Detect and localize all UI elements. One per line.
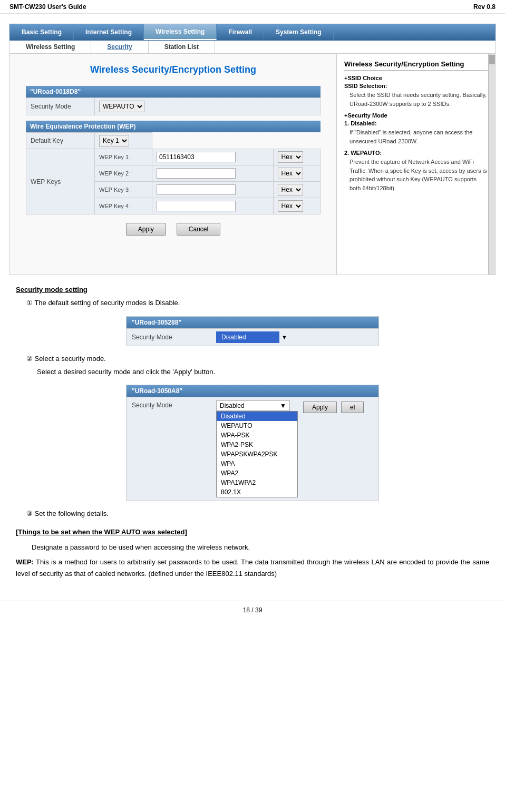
- nav-bar: Basic Setting Internet Setting Wireless …: [9, 24, 496, 41]
- wep-key1-input[interactable]: [157, 152, 236, 162]
- wep-key2-type-select[interactable]: Hex: [278, 168, 303, 179]
- wep-explanation-label: WEP:: [16, 558, 34, 566]
- dropdown-item-wepauto[interactable]: WEPAUTO: [217, 421, 297, 431]
- help-wepauto-label: 2. WEPAUTO:: [344, 150, 488, 156]
- wep-key3-type-cell: Hex: [273, 182, 320, 198]
- wep-key4-label: WEP Key 4 :: [99, 203, 132, 209]
- default-key-label: Default Key: [26, 133, 95, 149]
- screenshot2-box: "URoad-3050A8" Security Mode Disabled ▼ …: [126, 385, 379, 501]
- wep-key4-input[interactable]: [157, 201, 236, 211]
- help-wepauto-text: Prevent the capture of Network Access an…: [349, 158, 488, 192]
- wep-table: Default Key Key 1 WEP Keys WEP Key 1 :: [26, 132, 321, 214]
- things-text: Designate a password to be used when acc…: [32, 542, 489, 553]
- scrollbar-thumb[interactable]: [489, 55, 495, 64]
- right-panel-title: Wireless Security/Encryption Setting: [344, 60, 488, 71]
- wep-key1-type-select[interactable]: Hex: [278, 151, 303, 163]
- wep-key2-label-cell: WEP Key 2 :: [95, 165, 152, 182]
- dropdown-item-wpapskwpa2psk[interactable]: WPAPSKWPA2PSK: [217, 449, 297, 459]
- cancel-button[interactable]: Cancel: [177, 223, 220, 236]
- doc-footer: 18 / 39: [0, 601, 505, 619]
- dropdown-item-wpapsk[interactable]: WPA-PSK: [217, 431, 297, 440]
- form-buttons: Apply Cancel: [26, 223, 321, 236]
- dropdown-item-wpa1wpa2[interactable]: WPA1WPA2: [217, 478, 297, 487]
- dropdown-item-wpa2psk[interactable]: WPA2-PSK: [217, 440, 297, 449]
- dropdown-item-disabled[interactable]: Disabled: [217, 412, 297, 421]
- screenshot2-ssid: "URoad-3050A8": [127, 385, 378, 397]
- wep-key2-input[interactable]: [157, 168, 236, 179]
- wep-key3-type-select[interactable]: Hex: [278, 184, 303, 195]
- header-left: SMT-CW230 User's Guide: [9, 3, 86, 11]
- screenshot2-buttons: Apply el: [303, 402, 364, 413]
- dropdown-arrow-icon: ▼: [280, 402, 286, 409]
- wep-key3-label-cell: WEP Key 3 :: [95, 182, 152, 198]
- wep-key4-value-cell: [152, 198, 273, 214]
- dropdown-item-8021x[interactable]: 802.1X: [217, 487, 297, 497]
- default-key-cell: Key 1: [95, 133, 152, 149]
- ssid-bar: "URoad-0018D8": [26, 86, 321, 97]
- screenshot1-row: Security Mode Disabled ▼: [127, 328, 378, 346]
- left-panel: Wireless Security/Encryption Setting "UR…: [10, 54, 337, 275]
- tab-system-setting[interactable]: System Setting: [264, 25, 334, 40]
- tab-wireless-setting[interactable]: Wireless Setting: [144, 24, 217, 40]
- wep-key2-value-cell: [152, 165, 273, 182]
- help-security-mode-title: +Security Mode: [344, 112, 488, 119]
- right-panel-scrollbar[interactable]: [488, 54, 495, 275]
- help-ssid-choice-title: +SSID Choice: [344, 75, 488, 81]
- screenshot1-label: Security Mode: [132, 334, 216, 341]
- wep-key3-value-cell: [152, 182, 273, 198]
- wep-key1-label: WEP Key 1 :: [99, 154, 132, 160]
- tab-basic-setting[interactable]: Basic Setting: [10, 25, 74, 40]
- wep-keys-label: WEP Keys: [26, 149, 95, 214]
- wep-key3-label: WEP Key 3 :: [99, 187, 132, 193]
- screenshot1-disabled-value: Disabled: [216, 331, 279, 343]
- security-mode-select[interactable]: WEPAUTO: [99, 101, 144, 112]
- tab-internet-setting[interactable]: Internet Setting: [74, 25, 144, 40]
- security-mode-cell: WEPAUTO: [95, 98, 321, 115]
- screenshot1-ssid: "URoad-305288": [127, 317, 378, 328]
- body-content: Security mode setting ① The default sett…: [0, 275, 505, 590]
- screenshot2-select[interactable]: Disabled ▼: [216, 400, 290, 411]
- dropdown-item-wpa[interactable]: WPA: [217, 459, 297, 468]
- security-mode-label: Security Mode: [26, 98, 95, 115]
- help-disabled-text: If "Disabled" is selected, anyone can ac…: [349, 128, 488, 145]
- right-panel: Wireless Security/Encryption Setting +SS…: [337, 54, 495, 275]
- screenshot1-select-area: Disabled ▼: [216, 331, 287, 343]
- wep-key1-type-cell: Hex: [273, 149, 320, 165]
- screenshot2-dropdown-container: Disabled ▼ Disabled WEPAUTO WPA-PSK WPA2…: [216, 400, 298, 497]
- security-mode-form: Security Mode WEPAUTO: [26, 97, 321, 115]
- wep-key1-label-cell: WEP Key 1 :: [95, 149, 152, 165]
- page-number: 18 / 39: [243, 606, 263, 614]
- screenshot1-dropdown-arrow: ▼: [281, 334, 287, 340]
- wep-explanation: WEP: This is a method for users to arbit…: [16, 556, 489, 580]
- header-right: Rev 0.8: [473, 3, 496, 11]
- wep-key4-type-cell: Hex: [273, 198, 320, 214]
- wep-key2-type-cell: Hex: [273, 165, 320, 182]
- wep-key2-label: WEP Key 2 :: [99, 170, 132, 177]
- security-mode-heading: Security mode setting: [16, 286, 489, 294]
- screenshot2-right: Disabled ▼ Disabled WEPAUTO WPA-PSK WPA2…: [216, 400, 364, 497]
- help-ssid-selection-label: SSID Selection:: [344, 83, 488, 89]
- subnav-security[interactable]: Security: [91, 41, 148, 53]
- dropdown-item-wpa2[interactable]: WPA2: [217, 468, 297, 478]
- screenshot2-cancel-btn[interactable]: el: [341, 402, 364, 413]
- panel-title: Wireless Security/Encryption Setting: [26, 64, 321, 75]
- step2-text2: Select a desired security mode and click…: [37, 367, 489, 378]
- tab-firewall[interactable]: Firewall: [217, 25, 264, 40]
- default-key-select[interactable]: Key 1: [99, 135, 129, 146]
- wep-key4-type-select[interactable]: Hex: [278, 200, 303, 212]
- subnav-wireless-setting[interactable]: Wireless Setting: [10, 41, 91, 53]
- wep-key1-value-cell: [152, 149, 273, 165]
- apply-button[interactable]: Apply: [126, 223, 166, 236]
- step1-text: ① The default setting of security modes …: [26, 298, 489, 309]
- help-ssid-text: Select the SSID that needs security sett…: [349, 91, 488, 108]
- step2-text1: ② Select a security mode.: [26, 354, 489, 365]
- things-heading: [Things to be set when the WEP AUTO was …: [16, 527, 489, 538]
- subnav-station-list[interactable]: Station List: [149, 41, 215, 53]
- screenshot2-apply-btn[interactable]: Apply: [303, 402, 337, 413]
- screenshot1-box: "URoad-305288" Security Mode Disabled ▼: [126, 316, 379, 346]
- wep-section-header: Wire Equivalence Protection (WEP): [26, 121, 321, 132]
- step3-text: ③ Set the following details.: [26, 508, 489, 520]
- help-disabled-label: 1. Disabled:: [344, 120, 488, 126]
- screenshot2-dropdown-list: Disabled WEPAUTO WPA-PSK WPA2-PSK WPAPSK…: [216, 411, 298, 497]
- wep-key3-input[interactable]: [157, 184, 236, 195]
